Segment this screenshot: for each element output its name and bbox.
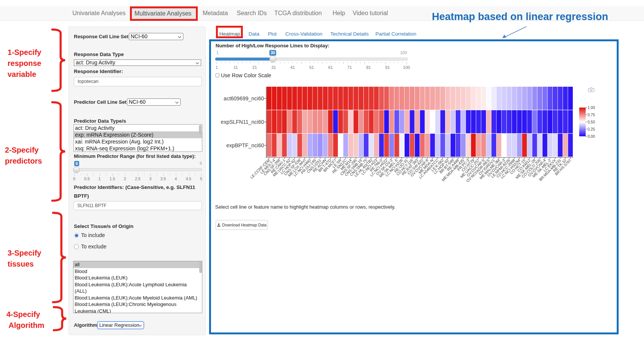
svg-text:0.25: 0.25 (588, 127, 595, 131)
svg-text:expSLFN11_nci60: expSLFN11_nci60 (221, 119, 264, 125)
svg-text:1.00: 1.00 (588, 106, 595, 110)
svg-text:0.00: 0.00 (588, 134, 595, 139)
svg-text:0.50: 0.50 (588, 120, 595, 124)
svg-text:0.75: 0.75 (588, 113, 595, 117)
svg-text:expBPTF_nci60: expBPTF_nci60 (226, 142, 264, 148)
svg-text:act609699_nci60: act609699_nci60 (224, 95, 264, 101)
